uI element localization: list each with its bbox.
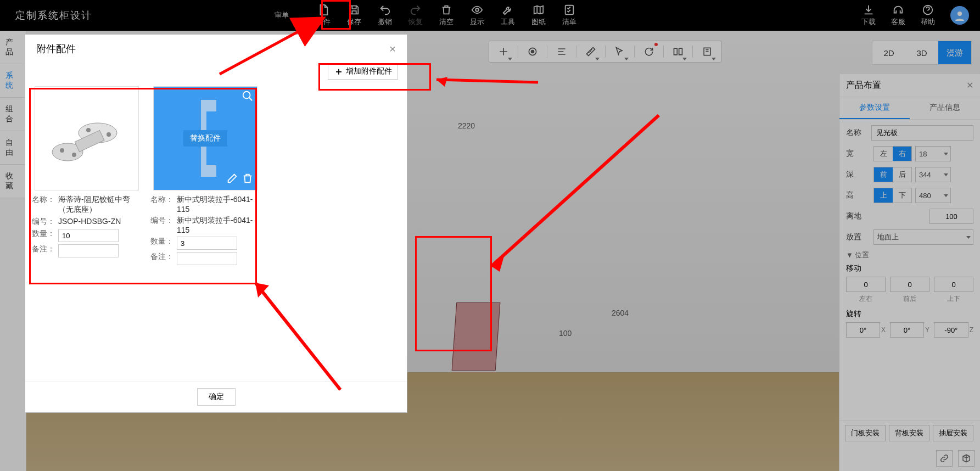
accessory-card[interactable]: 替换配件 名称：新中式明装拉手-6041-115 编号：新中式明装拉手-6041… (150, 86, 260, 267)
input-note-0[interactable] (58, 244, 119, 257)
accessory-modal: 附件配件 × ＋ 增加附件配件 (25, 34, 407, 413)
lab-qty: 数量： (150, 237, 177, 246)
lab-code: 编号： (150, 216, 177, 226)
svg-point-13 (107, 132, 111, 137)
lab-name: 名称： (32, 195, 58, 205)
modal-body: ＋ 增加附件配件 名称：海蒂诗-阻尼铰链中弯（无底座） (25, 63, 407, 381)
edit-icon[interactable] (226, 172, 238, 187)
val-name-1: 新中式明装拉手-6041-115 (177, 195, 260, 214)
svg-point-12 (86, 128, 91, 132)
zoom-icon[interactable] (242, 90, 254, 104)
accessory-card[interactable]: 名称：海蒂诗-阻尼铰链中弯（无底座） 编号：JSOP-HDSBG-ZN 数量： … (32, 86, 142, 267)
svg-point-11 (72, 153, 76, 157)
modal-footer: 确定 (25, 381, 407, 412)
hinge-icon (46, 105, 128, 171)
replace-accessory-button[interactable]: 替换配件 (183, 130, 227, 147)
accessory-thumb-hinge[interactable] (35, 86, 139, 190)
input-qty-1[interactable] (177, 237, 237, 250)
lab-note: 备注： (32, 244, 58, 254)
lab-note: 备注： (150, 252, 177, 262)
plus-icon: ＋ (334, 65, 344, 78)
modal-title: 附件配件 (36, 42, 76, 55)
lab-qty: 数量： (32, 229, 58, 239)
val-name-0: 海蒂诗-阻尼铰链中弯（无底座） (58, 195, 142, 215)
lab-code: 编号： (32, 217, 58, 227)
modal-close-icon[interactable]: × (389, 43, 396, 55)
accessory-thumb-handle[interactable]: 替换配件 (153, 86, 257, 190)
svg-point-14 (243, 92, 250, 99)
val-code-0: JSOP-HDSBG-ZN (58, 217, 142, 226)
input-qty-0[interactable] (58, 229, 119, 242)
delete-icon[interactable] (242, 172, 254, 187)
svg-point-10 (60, 148, 64, 153)
add-accessory-label: 增加附件配件 (346, 66, 392, 76)
modal-header: 附件配件 × (25, 35, 407, 63)
accessory-grid: 名称：海蒂诗-阻尼铰链中弯（无底座） 编号：JSOP-HDSBG-ZN 数量： … (32, 86, 400, 267)
add-accessory-button[interactable]: ＋ 增加附件配件 (328, 63, 398, 80)
input-note-1[interactable] (177, 252, 237, 265)
lab-name: 名称： (150, 195, 177, 205)
modal-ok-button[interactable]: 确定 (197, 388, 236, 406)
val-code-1: 新中式明装拉手-6041-115 (177, 216, 260, 234)
